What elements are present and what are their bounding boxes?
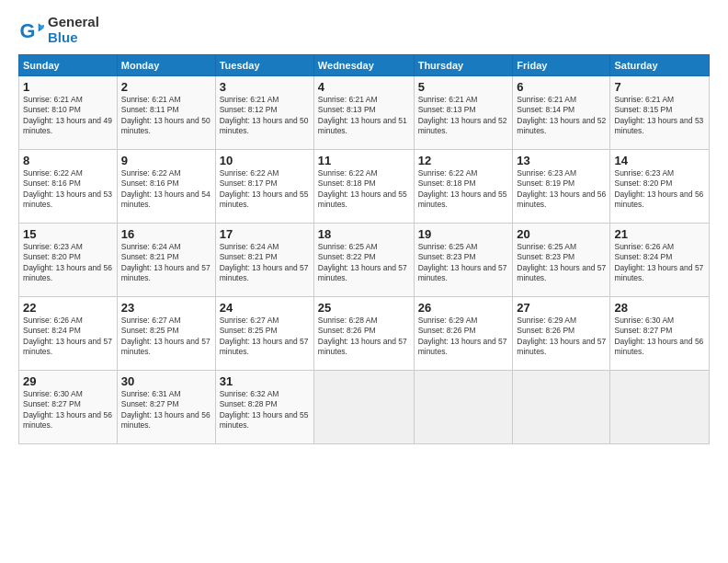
calendar-cell: 1 Sunrise: 6:21 AM Sunset: 8:10 PM Dayli… bbox=[19, 76, 118, 150]
calendar-cell: 29 Sunrise: 6:30 AM Sunset: 8:27 PM Dayl… bbox=[19, 371, 118, 444]
calendar-cell: 2 Sunrise: 6:21 AM Sunset: 8:11 PM Dayli… bbox=[117, 76, 215, 150]
calendar-cell: 10 Sunrise: 6:22 AM Sunset: 8:17 PM Dayl… bbox=[215, 150, 313, 224]
day-info: Sunrise: 6:29 AM Sunset: 8:26 PM Dayligh… bbox=[517, 316, 606, 358]
day-number: 5 bbox=[418, 80, 509, 94]
calendar-cell: 19 Sunrise: 6:25 AM Sunset: 8:23 PM Dayl… bbox=[414, 224, 513, 297]
day-number: 4 bbox=[318, 80, 410, 94]
day-info: Sunrise: 6:21 AM Sunset: 8:14 PM Dayligh… bbox=[517, 95, 606, 137]
day-number: 31 bbox=[220, 374, 310, 388]
day-info: Sunrise: 6:21 AM Sunset: 8:15 PM Dayligh… bbox=[614, 95, 705, 137]
day-number: 8 bbox=[23, 154, 113, 167]
calendar-header-monday: Monday bbox=[117, 55, 215, 76]
day-info: Sunrise: 6:23 AM Sunset: 8:20 PM Dayligh… bbox=[23, 242, 113, 284]
day-number: 28 bbox=[614, 301, 705, 315]
calendar-cell: 26 Sunrise: 6:29 AM Sunset: 8:26 PM Dayl… bbox=[414, 297, 513, 371]
day-number: 10 bbox=[220, 154, 310, 167]
day-info: Sunrise: 6:23 AM Sunset: 8:20 PM Dayligh… bbox=[614, 168, 705, 211]
header: G General Blue bbox=[18, 15, 710, 45]
calendar-header-friday: Friday bbox=[513, 55, 610, 76]
day-number: 6 bbox=[517, 80, 606, 94]
calendar-cell: 28 Sunrise: 6:30 AM Sunset: 8:27 PM Dayl… bbox=[610, 297, 710, 371]
calendar-header-sunday: Sunday bbox=[19, 55, 118, 76]
calendar-header-wednesday: Wednesday bbox=[313, 55, 414, 76]
calendar-cell: 13 Sunrise: 6:23 AM Sunset: 8:19 PM Dayl… bbox=[513, 150, 610, 224]
day-number: 11 bbox=[318, 154, 410, 167]
page: G General Blue SundayMondayTuesdayWednes… bbox=[0, 0, 728, 563]
calendar-cell: 14 Sunrise: 6:23 AM Sunset: 8:20 PM Dayl… bbox=[610, 150, 710, 224]
calendar-cell: 12 Sunrise: 6:22 AM Sunset: 8:18 PM Dayl… bbox=[414, 150, 513, 224]
day-info: Sunrise: 6:26 AM Sunset: 8:24 PM Dayligh… bbox=[23, 316, 113, 358]
day-info: Sunrise: 6:32 AM Sunset: 8:28 PM Dayligh… bbox=[220, 389, 310, 431]
calendar-cell bbox=[513, 371, 610, 444]
calendar-cell: 16 Sunrise: 6:24 AM Sunset: 8:21 PM Dayl… bbox=[117, 224, 215, 297]
day-number: 1 bbox=[23, 80, 113, 94]
day-info: Sunrise: 6:22 AM Sunset: 8:17 PM Dayligh… bbox=[220, 168, 310, 211]
day-number: 13 bbox=[517, 154, 606, 167]
day-info: Sunrise: 6:22 AM Sunset: 8:16 PM Dayligh… bbox=[23, 168, 113, 211]
day-info: Sunrise: 6:21 AM Sunset: 8:10 PM Dayligh… bbox=[23, 95, 113, 137]
calendar-header-saturday: Saturday bbox=[610, 55, 710, 76]
calendar-cell: 4 Sunrise: 6:21 AM Sunset: 8:13 PM Dayli… bbox=[313, 76, 414, 150]
day-info: Sunrise: 6:24 AM Sunset: 8:21 PM Dayligh… bbox=[220, 242, 310, 284]
day-info: Sunrise: 6:31 AM Sunset: 8:27 PM Dayligh… bbox=[121, 389, 211, 431]
day-number: 26 bbox=[418, 301, 509, 315]
calendar-cell: 20 Sunrise: 6:25 AM Sunset: 8:23 PM Dayl… bbox=[513, 224, 610, 297]
logo-text: General Blue bbox=[48, 15, 99, 45]
day-number: 16 bbox=[121, 227, 211, 241]
calendar-cell: 9 Sunrise: 6:22 AM Sunset: 8:16 PM Dayli… bbox=[117, 150, 215, 224]
day-number: 12 bbox=[418, 154, 509, 167]
calendar-cell: 6 Sunrise: 6:21 AM Sunset: 8:14 PM Dayli… bbox=[513, 76, 610, 150]
calendar-cell: 18 Sunrise: 6:25 AM Sunset: 8:22 PM Dayl… bbox=[313, 224, 414, 297]
day-info: Sunrise: 6:21 AM Sunset: 8:13 PM Dayligh… bbox=[418, 95, 509, 137]
calendar-cell: 5 Sunrise: 6:21 AM Sunset: 8:13 PM Dayli… bbox=[414, 76, 513, 150]
day-info: Sunrise: 6:27 AM Sunset: 8:25 PM Dayligh… bbox=[220, 316, 310, 358]
day-number: 19 bbox=[418, 227, 509, 241]
week-row-1: 1 Sunrise: 6:21 AM Sunset: 8:10 PM Dayli… bbox=[19, 76, 710, 150]
week-row-2: 8 Sunrise: 6:22 AM Sunset: 8:16 PM Dayli… bbox=[19, 150, 710, 224]
day-number: 3 bbox=[220, 80, 310, 94]
calendar-cell: 24 Sunrise: 6:27 AM Sunset: 8:25 PM Dayl… bbox=[215, 297, 313, 371]
calendar-cell: 3 Sunrise: 6:21 AM Sunset: 8:12 PM Dayli… bbox=[215, 76, 313, 150]
calendar-header-row: SundayMondayTuesdayWednesdayThursdayFrid… bbox=[19, 55, 710, 76]
week-row-3: 15 Sunrise: 6:23 AM Sunset: 8:20 PM Dayl… bbox=[19, 224, 710, 297]
calendar-cell: 7 Sunrise: 6:21 AM Sunset: 8:15 PM Dayli… bbox=[610, 76, 710, 150]
day-number: 27 bbox=[517, 301, 606, 315]
week-row-4: 22 Sunrise: 6:26 AM Sunset: 8:24 PM Dayl… bbox=[19, 297, 710, 371]
logo-icon: G bbox=[18, 17, 44, 43]
calendar-cell: 21 Sunrise: 6:26 AM Sunset: 8:24 PM Dayl… bbox=[610, 224, 710, 297]
calendar-cell: 23 Sunrise: 6:27 AM Sunset: 8:25 PM Dayl… bbox=[117, 297, 215, 371]
day-number: 23 bbox=[121, 301, 211, 315]
day-info: Sunrise: 6:28 AM Sunset: 8:26 PM Dayligh… bbox=[318, 316, 410, 358]
day-number: 20 bbox=[517, 227, 606, 241]
day-info: Sunrise: 6:23 AM Sunset: 8:19 PM Dayligh… bbox=[517, 168, 606, 211]
calendar-cell bbox=[313, 371, 414, 444]
day-info: Sunrise: 6:22 AM Sunset: 8:18 PM Dayligh… bbox=[418, 168, 509, 211]
day-info: Sunrise: 6:24 AM Sunset: 8:21 PM Dayligh… bbox=[121, 242, 211, 284]
logo: G General Blue bbox=[18, 15, 99, 45]
day-number: 15 bbox=[23, 227, 113, 241]
day-number: 9 bbox=[121, 154, 211, 167]
day-number: 21 bbox=[614, 227, 705, 241]
day-info: Sunrise: 6:22 AM Sunset: 8:18 PM Dayligh… bbox=[318, 168, 410, 211]
calendar-cell: 11 Sunrise: 6:22 AM Sunset: 8:18 PM Dayl… bbox=[313, 150, 414, 224]
day-number: 2 bbox=[121, 80, 211, 94]
calendar-cell bbox=[414, 371, 513, 444]
day-info: Sunrise: 6:30 AM Sunset: 8:27 PM Dayligh… bbox=[23, 389, 113, 431]
calendar-cell: 8 Sunrise: 6:22 AM Sunset: 8:16 PM Dayli… bbox=[19, 150, 118, 224]
day-number: 14 bbox=[614, 154, 705, 167]
day-number: 29 bbox=[23, 374, 113, 388]
calendar-cell: 15 Sunrise: 6:23 AM Sunset: 8:20 PM Dayl… bbox=[19, 224, 118, 297]
calendar-cell: 27 Sunrise: 6:29 AM Sunset: 8:26 PM Dayl… bbox=[513, 297, 610, 371]
calendar-cell: 17 Sunrise: 6:24 AM Sunset: 8:21 PM Dayl… bbox=[215, 224, 313, 297]
day-number: 18 bbox=[318, 227, 410, 241]
day-number: 25 bbox=[318, 301, 410, 315]
day-number: 22 bbox=[23, 301, 113, 315]
day-info: Sunrise: 6:27 AM Sunset: 8:25 PM Dayligh… bbox=[121, 316, 211, 358]
day-info: Sunrise: 6:22 AM Sunset: 8:16 PM Dayligh… bbox=[121, 168, 211, 211]
day-info: Sunrise: 6:25 AM Sunset: 8:23 PM Dayligh… bbox=[418, 242, 509, 284]
calendar-cell: 22 Sunrise: 6:26 AM Sunset: 8:24 PM Dayl… bbox=[19, 297, 118, 371]
svg-text:G: G bbox=[20, 18, 36, 41]
day-info: Sunrise: 6:21 AM Sunset: 8:13 PM Dayligh… bbox=[318, 95, 410, 137]
day-info: Sunrise: 6:25 AM Sunset: 8:22 PM Dayligh… bbox=[318, 242, 410, 284]
day-info: Sunrise: 6:29 AM Sunset: 8:26 PM Dayligh… bbox=[418, 316, 509, 358]
